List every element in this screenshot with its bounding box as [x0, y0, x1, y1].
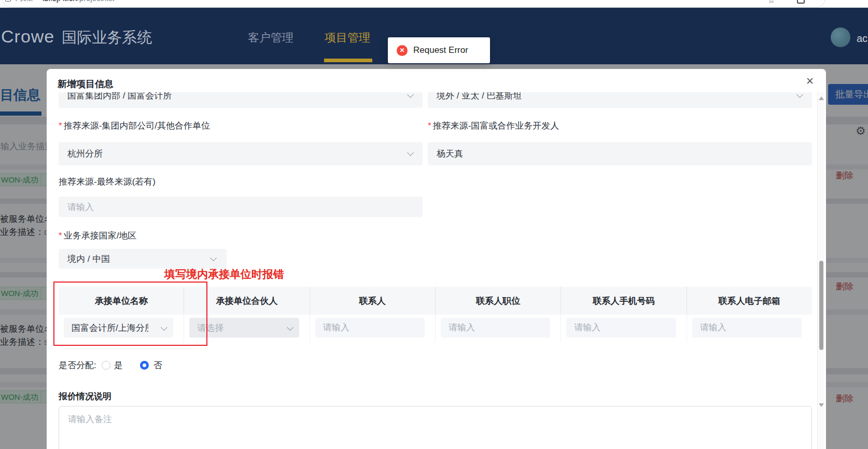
chevron-down-icon: [287, 324, 293, 331]
referral-developer-label: 推荐来源-国富或合作业务开发人: [428, 120, 559, 132]
referral-company-label: 推荐来源-集团内部公司/其他合作单位: [59, 120, 210, 132]
modal-scrollbar[interactable]: [817, 92, 824, 449]
radio-no[interactable]: [140, 361, 149, 370]
table-header-row: 承接单位名称 承接单位合伙人 联系人 联系人职位 联系人手机号码 联系人电子邮箱: [59, 287, 812, 315]
country-label: 业务承接国家/地区: [59, 230, 136, 242]
avatar[interactable]: [831, 27, 850, 47]
chevron-down-icon: [161, 324, 167, 331]
col-contact-title: 联系人职位: [436, 287, 561, 315]
contact-input[interactable]: [315, 318, 425, 338]
modal-header: 新增项目信息: [47, 69, 826, 92]
scroll-down-icon[interactable]: [819, 403, 824, 407]
quote-label: 报价情况说明: [59, 390, 111, 402]
contact-phone-input[interactable]: [566, 318, 676, 338]
col-contact-email: 联系人电子邮箱: [687, 287, 812, 315]
chevron-down-icon: [407, 149, 414, 156]
address-bar[interactable]: [2, 0, 825, 7]
undertaking-unit-table: 承接单位名称 承接单位合伙人 联系人 联系人职位 联系人手机号码 联系人电子邮箱…: [59, 287, 812, 342]
nav-item-project-management[interactable]: 项目管理: [325, 30, 370, 46]
quote-textarea[interactable]: [59, 406, 812, 449]
username: ac: [857, 33, 867, 45]
final-source-input[interactable]: 请输入: [59, 197, 423, 217]
chevron-down-icon: [210, 255, 217, 261]
security-label: 不安全: [13, 0, 33, 3]
add-project-modal: 国富集团内部 / 国富会计所 境外 / 亚太 / 巴基斯坦 新增项目信息 ✕ 推…: [47, 69, 826, 449]
table-row: 国富会计所/上海分所 请选择: [59, 315, 812, 342]
logo: Crowe 国际业务系统: [1, 26, 152, 48]
browser-action-icon[interactable]: [797, 0, 805, 4]
browser-bar: 不安全 ibr.zjl-lt.cn/project/list ☆: [0, 0, 868, 8]
error-annotation: 填写境内承接单位时报错: [164, 267, 284, 282]
radio-yes[interactable]: [102, 361, 110, 370]
security-badge[interactable]: 不安全: [5, 0, 33, 3]
unit-partner-select[interactable]: 请选择: [189, 318, 299, 338]
security-icon: [5, 0, 11, 2]
scroll-up-icon[interactable]: [819, 96, 824, 100]
unit-partner-placeholder: 请选择: [197, 322, 223, 334]
url-text[interactable]: ibr.zjl-lt.cn/project/list: [43, 0, 114, 3]
scrollbar-thumb[interactable]: [819, 261, 823, 350]
col-contact-phone: 联系人手机号码: [561, 287, 687, 315]
error-icon: ✕: [397, 45, 408, 56]
contact-title-input[interactable]: [441, 318, 550, 338]
chevron-down-icon: [796, 91, 803, 98]
country-value: 境内 / 中国: [67, 253, 110, 265]
col-contact: 联系人: [310, 287, 436, 315]
bookmark-star-icon[interactable]: ☆: [767, 0, 775, 6]
referral-developer-value: 杨天真: [437, 148, 463, 160]
url-path: /project/list: [77, 0, 115, 3]
unit-name-value: 国富会计所/上海分所: [72, 322, 148, 334]
assign-label: 是否分配:: [59, 359, 96, 371]
referral-company-value: 杭州分所: [67, 148, 103, 160]
close-icon[interactable]: ✕: [806, 75, 814, 87]
final-source-placeholder: 请输入: [67, 201, 94, 213]
final-source-label: 推荐来源-最终来源(若有): [59, 176, 156, 188]
error-toast: ✕ Request Error: [388, 37, 490, 63]
crowe-logo: Crowe: [1, 26, 54, 47]
chevron-down-icon: [407, 91, 414, 98]
unit-name-select[interactable]: 国富会计所/上海分所: [64, 318, 173, 338]
referral-developer-field[interactable]: 杨天真: [428, 142, 812, 165]
col-unit-name: 承接单位名称: [59, 287, 184, 315]
country-select[interactable]: 境内 / 中国: [59, 249, 227, 269]
nav-active-underline: [324, 59, 372, 62]
nav-item-customer-management[interactable]: 客户管理: [248, 30, 293, 46]
url-host: ibr.zjl-lt.cn: [43, 0, 77, 3]
assign-radio-group: 是否分配: 是 否: [59, 359, 162, 371]
radio-no-label[interactable]: 否: [153, 359, 162, 371]
toast-message: Request Error: [413, 45, 468, 55]
modal-title: 新增项目信息: [58, 78, 114, 90]
radio-yes-label[interactable]: 是: [114, 359, 123, 371]
col-unit-partner: 承接单位合伙人: [184, 287, 310, 315]
contact-email-input[interactable]: [692, 318, 802, 338]
system-title: 国际业务系统: [62, 27, 152, 48]
referral-company-select[interactable]: 杭州分所: [59, 142, 423, 165]
